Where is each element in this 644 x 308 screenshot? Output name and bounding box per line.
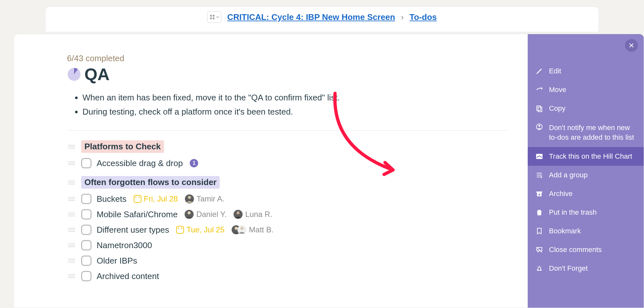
menu-archive[interactable]: Archive bbox=[528, 184, 644, 203]
trash-icon bbox=[535, 209, 543, 216]
todo-title[interactable]: Accessible drag & drop bbox=[97, 158, 183, 168]
svg-point-6 bbox=[188, 211, 191, 214]
hill-chart-icon bbox=[535, 153, 543, 160]
assignee[interactable]: Tamir A. bbox=[185, 194, 225, 203]
archive-icon bbox=[535, 190, 543, 198]
assignee[interactable]: Luna R. bbox=[234, 210, 272, 219]
main-card: 6/43 completed QA When an item has been … bbox=[14, 34, 644, 308]
todo-checkbox[interactable] bbox=[81, 209, 91, 219]
avatar-icon bbox=[234, 210, 243, 219]
svg-rect-11 bbox=[538, 107, 542, 112]
drag-handle-icon[interactable] bbox=[67, 259, 76, 263]
close-button[interactable] bbox=[625, 39, 638, 52]
todo-item[interactable]: Accessible drag & drop 1 bbox=[67, 155, 508, 171]
svg-rect-0 bbox=[210, 15, 212, 16]
todo-title[interactable]: Archived content bbox=[97, 271, 159, 281]
menu-add-group[interactable]: Add a group bbox=[528, 166, 644, 184]
calendar-icon bbox=[176, 226, 184, 234]
menu-dont-forget[interactable]: Don't Forget bbox=[528, 259, 644, 278]
actions-panel: Edit Move Copy Don't notify me when new … bbox=[528, 34, 644, 308]
assignee[interactable]: Daniel Y. bbox=[185, 210, 226, 219]
todo-item[interactable]: Buckets Fri, Jul 28 Tamir A. bbox=[67, 191, 508, 207]
svg-rect-17 bbox=[538, 210, 541, 211]
svg-point-9 bbox=[240, 227, 243, 230]
todo-checkbox[interactable] bbox=[81, 225, 91, 235]
todo-title[interactable]: Different user types bbox=[97, 225, 169, 235]
svg-rect-1 bbox=[213, 15, 214, 16]
todo-item[interactable]: Mobile Safari/Chrome Daniel Y. Luna R. bbox=[67, 207, 508, 222]
breadcrumb-separator: › bbox=[401, 12, 404, 22]
todo-checkbox[interactable] bbox=[81, 256, 91, 266]
comments-off-icon bbox=[535, 246, 543, 254]
drag-handle-icon[interactable] bbox=[67, 212, 76, 216]
drag-handle-icon[interactable] bbox=[67, 145, 76, 149]
avatar-icon bbox=[185, 210, 194, 219]
menu-copy[interactable]: Copy bbox=[528, 99, 644, 118]
svg-rect-15 bbox=[536, 191, 542, 193]
move-arrow-icon bbox=[535, 86, 543, 94]
todo-item[interactable]: Nametron3000 bbox=[67, 238, 508, 253]
title-row: QA bbox=[67, 65, 508, 84]
description-item: When an item has been fixed, move it to … bbox=[82, 90, 508, 105]
close-icon bbox=[628, 42, 635, 49]
todo-title[interactable]: Nametron3000 bbox=[97, 240, 152, 250]
breadcrumb-section-link[interactable]: To-dos bbox=[409, 12, 437, 22]
menu-close-comments[interactable]: Close comments bbox=[528, 240, 644, 259]
todo-item[interactable]: Older IBPs bbox=[67, 253, 508, 268]
todo-item[interactable]: Different user types Tue, Jul 25 Matt B. bbox=[67, 222, 508, 238]
menu-trash[interactable]: Put in the trash bbox=[528, 203, 644, 222]
menu-edit[interactable]: Edit bbox=[528, 62, 644, 80]
todo-checkbox[interactable] bbox=[81, 158, 91, 168]
todo-checkbox[interactable] bbox=[81, 194, 91, 204]
group-label-platforms[interactable]: Platforms to Check bbox=[81, 140, 164, 153]
avatar-icon bbox=[237, 225, 246, 234]
svg-rect-3 bbox=[213, 18, 214, 19]
pencil-icon bbox=[535, 67, 543, 75]
menu-move[interactable]: Move bbox=[528, 80, 644, 99]
menu-dont-notify[interactable]: Don't notify me when new to-dos are adde… bbox=[528, 118, 644, 147]
copy-icon bbox=[535, 105, 543, 112]
bookmark-icon bbox=[535, 227, 543, 235]
drag-handle-icon[interactable] bbox=[67, 197, 76, 201]
breadcrumb-project-link[interactable]: CRITICAL: Cycle 4: IBP New Home Screen bbox=[227, 12, 395, 22]
due-date[interactable]: Tue, Jul 25 bbox=[176, 225, 225, 234]
todo-checkbox[interactable] bbox=[81, 240, 91, 250]
drag-handle-icon[interactable] bbox=[67, 228, 76, 232]
todo-title[interactable]: Older IBPs bbox=[97, 256, 137, 266]
actions-menu: Edit Move Copy Don't notify me when new … bbox=[528, 62, 644, 278]
todo-group: Platforms to Check Accessible drag & dro… bbox=[67, 140, 508, 171]
todo-item[interactable]: Archived content bbox=[67, 268, 508, 284]
description-item: During testing, check off a platform onc… bbox=[82, 105, 508, 119]
menu-bookmark[interactable]: Bookmark bbox=[528, 222, 644, 240]
svg-point-13 bbox=[538, 125, 540, 127]
drag-handle-icon[interactable] bbox=[67, 161, 76, 165]
group-label-flows[interactable]: Often forgotten flows to consider bbox=[81, 176, 220, 189]
assignee[interactable]: Matt B. bbox=[232, 225, 274, 234]
drag-handle-icon[interactable] bbox=[67, 274, 76, 278]
breadcrumb: CRITICAL: Cycle 4: IBP New Home Screen ›… bbox=[0, 6, 644, 28]
calendar-icon bbox=[134, 195, 141, 203]
todo-checkbox[interactable] bbox=[81, 271, 91, 281]
svg-rect-2 bbox=[210, 18, 212, 19]
reminder-icon bbox=[535, 265, 543, 272]
drag-handle-icon[interactable] bbox=[67, 243, 76, 247]
view-switcher-button[interactable] bbox=[207, 11, 221, 23]
todo-title[interactable]: Mobile Safari/Chrome bbox=[97, 210, 178, 219]
list-add-icon bbox=[535, 171, 543, 179]
page-title: QA bbox=[84, 65, 110, 84]
description-list: When an item has been fixed, move it to … bbox=[67, 90, 508, 119]
due-date[interactable]: Fri, Jul 28 bbox=[134, 194, 178, 203]
svg-point-7 bbox=[237, 211, 240, 214]
comment-count-badge[interactable]: 1 bbox=[190, 159, 198, 167]
avatar-icon bbox=[185, 194, 194, 203]
notify-off-icon bbox=[535, 123, 543, 131]
svg-rect-10 bbox=[537, 106, 541, 110]
svg-point-5 bbox=[188, 196, 191, 199]
drag-handle-icon[interactable] bbox=[67, 181, 76, 184]
divider bbox=[67, 130, 508, 131]
menu-track-hill-chart[interactable]: Track this on the Hill Chart bbox=[528, 147, 644, 166]
todo-title[interactable]: Buckets bbox=[97, 194, 127, 204]
content-area: 6/43 completed QA When an item has been … bbox=[14, 34, 528, 308]
completed-count: 6/43 completed bbox=[67, 53, 508, 63]
todo-group: Often forgotten flows to consider Bucket… bbox=[67, 176, 508, 284]
